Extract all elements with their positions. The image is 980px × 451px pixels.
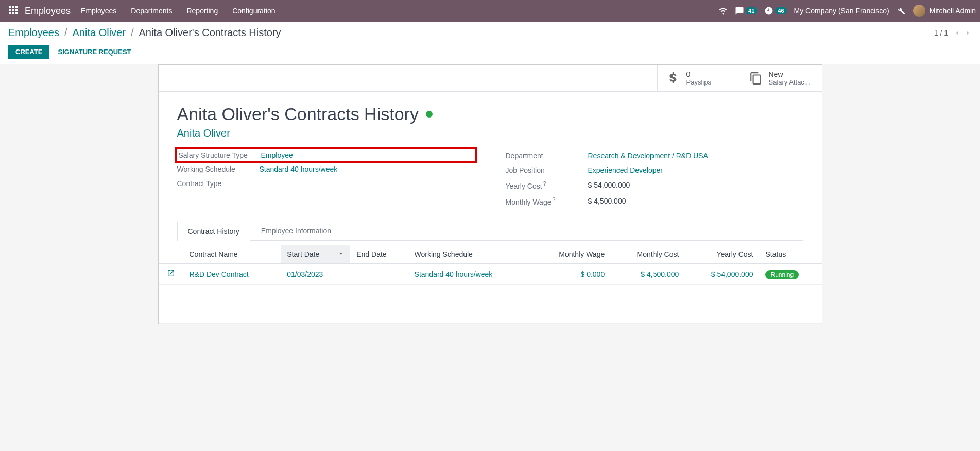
job-value[interactable]: Experienced Developer [588,166,663,174]
monthly-value: $ 4,500.000 [588,197,626,205]
dept-value[interactable]: Research & Development / R&D USA [588,152,708,160]
action-bar: CREATE SIGNATURE REQUEST [0,42,980,64]
nav-item-employees[interactable]: Employees [81,7,116,15]
monthly-label: Monthly Wage? [506,196,588,206]
schedule-label: Working Schedule [177,165,260,173]
tab-contract-history[interactable]: Contract History [177,222,250,241]
payslips-label: Payslips [686,78,711,86]
col-mcost[interactable]: Monthly Cost [611,245,685,264]
nav-right: 41 46 My Company (San Francisco) Mitchel… [718,5,976,17]
activities-badge: 46 [775,7,786,14]
col-start-date[interactable]: Start Date [281,245,350,264]
clock-icon [764,6,773,15]
pager-count: 1 / 1 [934,29,948,37]
chat-icon [735,6,744,15]
user-name: Mitchell Admin [930,7,976,15]
contract-type-label: Contract Type [177,179,260,188]
status-dot-icon [426,111,433,118]
cell-mcost: $ 4,500.000 [611,264,685,285]
breadcrumb: Employees / Anita Oliver / Anita Oliver'… [8,27,281,39]
stat-buttons: 0 Payslips New Salary Attac... [159,65,822,92]
salary-struct-value[interactable]: Employee [261,151,293,159]
breadcrumb-bar: Employees / Anita Oliver / Anita Oliver'… [0,22,980,42]
payslips-value: 0 [686,70,711,78]
pager: 1 / 1 [934,29,972,37]
dept-label: Department [506,152,588,160]
apps-icon[interactable] [9,6,20,16]
nav-menu: Employees Departments Reporting Configur… [81,7,718,15]
cell-mwage: $ 0.000 [531,264,611,285]
cell-end [350,264,408,285]
employee-link[interactable]: Anita Oliver [177,127,803,139]
form-sheet: 0 Payslips New Salary Attac... Anita Oli… [158,64,822,324]
cell-ycost: $ 54,000.000 [685,264,759,285]
tab-bar: Contract History Employee Information [177,221,803,241]
salary-struct-label: Salary Structure Type [179,151,261,159]
company-selector[interactable]: My Company (San Francisco) [794,7,889,15]
attach-label: Salary Attac... [769,78,810,86]
avatar [913,5,925,17]
schedule-value[interactable]: Standard 40 hours/week [260,165,338,173]
payslips-stat-button[interactable]: 0 Payslips [657,65,740,91]
salary-struct-highlight: Salary Structure Type Employee [175,147,477,163]
wifi-icon[interactable] [718,6,728,15]
yearly-value: $ 54,000.000 [588,181,630,189]
col-ycost[interactable]: Yearly Cost [685,245,759,264]
col-end-date[interactable]: End Date [350,245,408,264]
create-button[interactable]: CREATE [8,45,49,59]
tab-employee-info[interactable]: Employee Information [250,221,342,240]
attach-value: New [769,70,810,78]
pager-prev-icon[interactable] [953,29,961,37]
dollar-icon [667,72,680,85]
user-menu[interactable]: Mitchell Admin [913,5,976,17]
col-contract-name[interactable]: Contract Name [183,245,281,264]
crumb-anita[interactable]: Anita Oliver [73,27,126,39]
job-label: Job Position [506,166,588,174]
copy-icon [749,72,763,85]
yearly-label: Yearly Cost? [506,180,588,190]
col-status[interactable]: Status [759,245,821,264]
pager-next-icon[interactable] [964,29,972,37]
messages-button[interactable]: 41 [735,6,757,15]
chevron-down-icon [338,250,344,258]
table-row[interactable]: R&D Dev Contract 01/03/2023 Standard 40 … [159,264,822,285]
messages-badge: 41 [746,7,757,14]
salary-attachment-stat-button[interactable]: New Salary Attac... [740,65,822,91]
nav-item-reporting[interactable]: Reporting [186,7,218,15]
cell-schedule[interactable]: Standard 40 hours/week [408,264,532,285]
tools-icon[interactable] [897,6,906,15]
status-badge: Running [765,270,799,279]
cell-name[interactable]: R&D Dev Contract [183,264,281,285]
signature-request-button[interactable]: SIGNATURE REQUEST [58,48,131,56]
col-mwage[interactable]: Monthly Wage [531,245,611,264]
crumb-current: Anita Oliver's Contracts History [139,27,281,39]
nav-item-departments[interactable]: Departments [131,7,172,15]
activities-button[interactable]: 46 [764,6,786,15]
crumb-employees[interactable]: Employees [8,27,59,39]
nav-item-configuration[interactable]: Configuration [232,7,275,15]
col-schedule[interactable]: Working Schedule [408,245,532,264]
cell-start: 01/03/2023 [281,264,350,285]
top-navbar: Employees Employees Departments Reportin… [0,0,980,22]
external-link-icon[interactable] [167,269,175,277]
contracts-table: Contract Name Start Date End Date Workin… [159,245,822,324]
app-brand: Employees [25,6,71,16]
page-title: Anita Oliver's Contracts History [177,104,419,124]
